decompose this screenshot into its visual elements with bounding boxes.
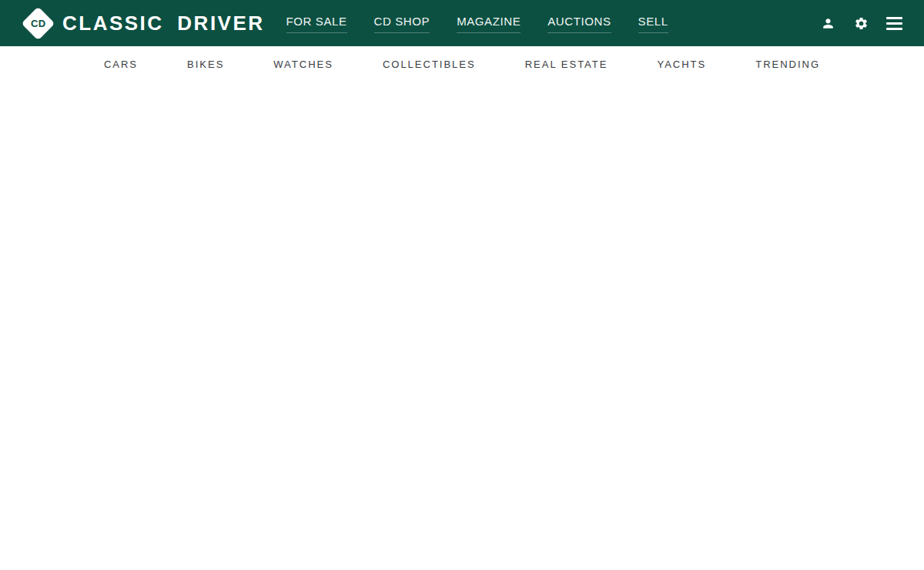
nav-item-magazine[interactable]: MAGAZINE (457, 15, 521, 33)
brand-abbrev: CD (30, 18, 45, 29)
subnav-item-collectibles[interactable]: COLLECTIBLES (383, 59, 476, 70)
subnav-item-yachts[interactable]: YACHTS (657, 59, 706, 70)
brand-diamond-icon: CD (20, 5, 55, 41)
nav-item-auctions[interactable]: AUCTIONS (547, 15, 611, 33)
subnav-item-real-estate[interactable]: REAL ESTATE (525, 59, 608, 70)
nav-item-sell[interactable]: SELL (638, 15, 668, 33)
subnav-item-bikes[interactable]: BIKES (187, 59, 224, 70)
gear-icon[interactable] (852, 15, 869, 32)
brand-logo[interactable]: CD CLASSIC DRIVER (20, 5, 265, 41)
subnav-item-trending[interactable]: TRENDING (755, 59, 820, 70)
menu-icon[interactable] (886, 15, 902, 32)
subnav-item-watches[interactable]: WATCHES (273, 59, 333, 70)
page-content (0, 81, 924, 570)
nav-item-cd-shop[interactable]: CD SHOP (374, 15, 430, 33)
subnav-item-cars[interactable]: CARS (104, 59, 138, 70)
header-actions (819, 15, 902, 32)
secondary-nav: CARS BIKES WATCHES COLLECTIBLES REAL EST… (0, 46, 924, 81)
nav-item-for-sale[interactable]: FOR SALE (286, 15, 347, 33)
primary-nav: FOR SALE CD SHOP MAGAZINE AUCTIONS SELL (286, 15, 668, 33)
top-header: CD CLASSIC DRIVER FOR SALE CD SHOP MAGAZ… (0, 0, 924, 46)
user-icon[interactable] (819, 15, 836, 32)
brand-name: CLASSIC DRIVER (62, 12, 265, 35)
